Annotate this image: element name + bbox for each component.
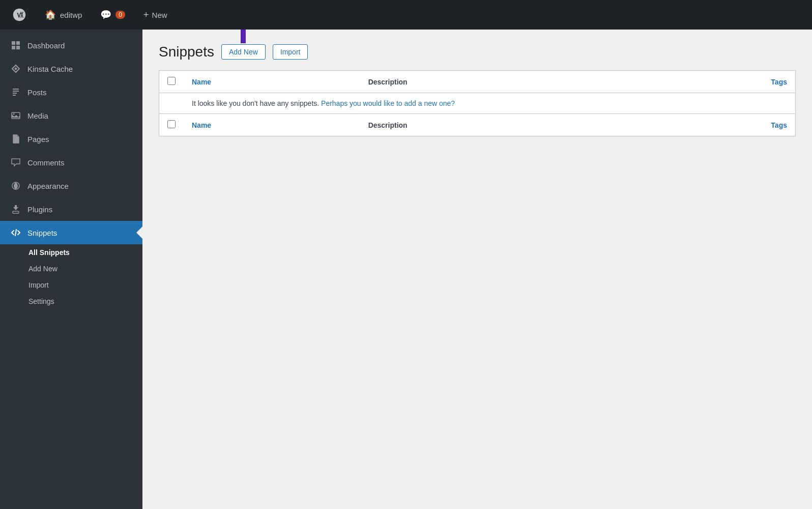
sidebar-item-label-plugins: Plugins [27, 205, 52, 214]
sidebar-item-label-snippets: Snippets [27, 229, 57, 237]
arrow-shaft [241, 30, 246, 43]
admin-bar-site[interactable]: 🏠 editwp [41, 7, 86, 22]
site-label: editwp [60, 11, 82, 19]
sidebar-item-posts[interactable]: Posts [0, 80, 142, 104]
sidebar-item-pages[interactable]: Pages [0, 127, 142, 151]
empty-message-text: It looks like you don't have any snippet… [192, 99, 319, 107]
sidebar-item-label-appearance: Appearance [27, 182, 69, 190]
posts-icon [10, 87, 21, 98]
sidebar-item-kinsta-cache[interactable]: Kinsta Cache [0, 57, 142, 80]
sidebar-item-label-media: Media [27, 111, 48, 120]
th-checkbox [159, 71, 184, 93]
sidebar-item-label-posts: Posts [27, 88, 47, 97]
th-checkbox-bottom [159, 114, 184, 136]
snippets-icon [10, 227, 21, 238]
add-new-link[interactable]: Perhaps you would like to add a new one? [321, 99, 455, 107]
submenu-import[interactable]: Import [0, 277, 142, 293]
sidebar-item-label-pages: Pages [27, 135, 49, 144]
comment-icon: 💬 [100, 9, 111, 20]
select-all-checkbox-bottom[interactable] [167, 120, 176, 128]
media-icon [10, 110, 21, 121]
submenu-all-snippets[interactable]: All Snippets [0, 244, 142, 261]
page-title: Snippets [159, 44, 214, 60]
snippets-table: Name Description Tags It looks like you … [159, 70, 796, 136]
submenu-settings[interactable]: Settings [0, 293, 142, 309]
th-tags[interactable]: Tags [634, 71, 795, 93]
wp-logo[interactable] [8, 6, 31, 24]
th-description: Description [360, 71, 634, 93]
import-button[interactable]: Import [273, 44, 308, 60]
dashboard-icon [10, 40, 21, 51]
table-footer-row: Name Description Tags [159, 114, 796, 136]
appearance-icon [10, 180, 21, 191]
active-indicator [136, 227, 142, 239]
th-tags-bottom[interactable]: Tags [634, 114, 795, 136]
sidebar-item-label-kinsta: Kinsta Cache [27, 65, 73, 73]
sidebar-item-plugins[interactable]: Plugins [0, 197, 142, 221]
pages-icon [10, 133, 21, 145]
add-new-button[interactable]: Add New [221, 44, 266, 60]
submenu-add-new[interactable]: Add New [0, 261, 142, 277]
snippets-submenu: All Snippets Add New Import Settings [0, 244, 142, 309]
sidebar-item-label-dashboard: Dashboard [27, 41, 65, 50]
new-label: New [152, 11, 167, 19]
th-name[interactable]: Name [184, 71, 360, 93]
plugins-icon [10, 204, 21, 215]
select-all-checkbox[interactable] [167, 77, 176, 85]
empty-checkbox-cell [159, 93, 184, 114]
page-header: Snippets Add New Import [159, 44, 796, 60]
admin-bar-comments[interactable]: 💬 0 [96, 7, 129, 22]
sidebar-item-comments[interactable]: Comments [0, 151, 142, 174]
kinsta-icon [10, 63, 21, 74]
main-layout: Dashboard Kinsta Cache Posts Media Pages [0, 30, 812, 509]
comments-count: 0 [115, 11, 125, 19]
home-icon: 🏠 [45, 9, 56, 20]
admin-bar-new[interactable]: + New [139, 8, 171, 22]
th-description-bottom: Description [360, 114, 634, 136]
sidebar-item-appearance[interactable]: Appearance [0, 174, 142, 197]
add-new-container: Add New [221, 44, 266, 60]
sidebar-item-media[interactable]: Media [0, 104, 142, 127]
comments-icon [10, 157, 21, 168]
table-header-row: Name Description Tags [159, 71, 796, 93]
empty-state-message: It looks like you don't have any snippet… [184, 93, 796, 114]
sidebar-item-dashboard[interactable]: Dashboard [0, 34, 142, 57]
svg-rect-3 [13, 211, 19, 213]
plus-icon: + [143, 10, 149, 20]
svg-point-1 [13, 114, 15, 115]
admin-bar: 🏠 editwp 💬 0 + New [0, 0, 812, 30]
main-content: Snippets Add New Import Name [142, 30, 812, 509]
purple-arrow-annotation [234, 30, 252, 43]
th-name-bottom[interactable]: Name [184, 114, 360, 136]
empty-state-row: It looks like you don't have any snippet… [159, 93, 796, 114]
sidebar: Dashboard Kinsta Cache Posts Media Pages [0, 30, 142, 509]
sidebar-item-snippets[interactable]: Snippets [0, 221, 142, 244]
sidebar-item-label-comments: Comments [27, 158, 65, 167]
